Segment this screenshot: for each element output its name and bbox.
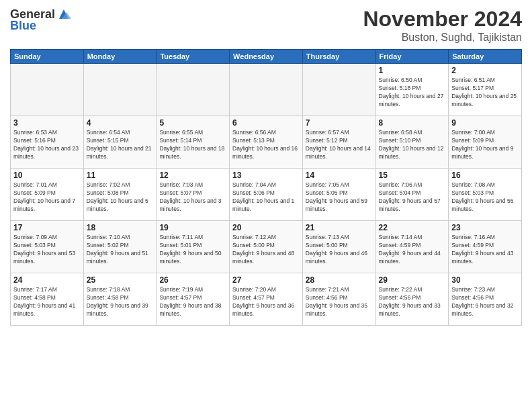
table-row: 8Sunrise: 6:58 AM Sunset: 5:10 PM Daylig…	[375, 116, 449, 169]
day-info: Sunrise: 7:18 AM Sunset: 4:58 PM Dayligh…	[87, 286, 154, 318]
day-info: Sunrise: 7:17 AM Sunset: 4:58 PM Dayligh…	[13, 286, 81, 318]
col-friday: Friday	[375, 50, 449, 64]
day-info: Sunrise: 7:23 AM Sunset: 4:56 PM Dayligh…	[451, 286, 519, 318]
table-row: 27Sunrise: 7:20 AM Sunset: 4:57 PM Dayli…	[230, 273, 303, 326]
day-number: 1	[379, 66, 446, 75]
page: General Blue November 2024 Buston, Sughd…	[0, 0, 532, 411]
day-number: 14	[306, 171, 373, 180]
col-sunday: Sunday	[11, 50, 84, 64]
calendar-week-row: 10Sunrise: 7:01 AM Sunset: 5:09 PM Dayli…	[11, 169, 522, 221]
table-row: 6Sunrise: 6:56 AM Sunset: 5:13 PM Daylig…	[230, 116, 303, 169]
table-row: 15Sunrise: 7:06 AM Sunset: 5:04 PM Dayli…	[375, 169, 449, 221]
table-row: 11Sunrise: 7:02 AM Sunset: 5:08 PM Dayli…	[83, 169, 157, 221]
calendar-header-row: Sunday Monday Tuesday Wednesday Thursday…	[11, 50, 522, 64]
table-row: 24Sunrise: 7:17 AM Sunset: 4:58 PM Dayli…	[11, 273, 84, 326]
day-info: Sunrise: 7:19 AM Sunset: 4:57 PM Dayligh…	[159, 286, 226, 318]
day-number: 3	[13, 118, 81, 128]
day-info: Sunrise: 7:16 AM Sunset: 4:59 PM Dayligh…	[451, 234, 519, 266]
table-row: 5Sunrise: 6:55 AM Sunset: 5:14 PM Daylig…	[157, 116, 230, 169]
table-row: 9Sunrise: 7:00 AM Sunset: 5:09 PM Daylig…	[449, 116, 522, 169]
day-number: 16	[451, 171, 519, 180]
day-number: 17	[13, 223, 81, 232]
table-row: 7Sunrise: 6:57 AM Sunset: 5:12 PM Daylig…	[302, 116, 375, 169]
table-row: 26Sunrise: 7:19 AM Sunset: 4:57 PM Dayli…	[157, 273, 230, 326]
logo-blue: Blue	[10, 19, 36, 33]
table-row	[230, 64, 303, 116]
table-row	[11, 64, 84, 116]
day-number: 25	[87, 275, 154, 285]
table-row	[302, 64, 375, 116]
day-info: Sunrise: 6:55 AM Sunset: 5:14 PM Dayligh…	[159, 129, 226, 161]
day-info: Sunrise: 7:02 AM Sunset: 5:08 PM Dayligh…	[87, 181, 154, 214]
day-info: Sunrise: 6:58 AM Sunset: 5:10 PM Dayligh…	[379, 129, 446, 161]
table-row: 3Sunrise: 6:53 AM Sunset: 5:16 PM Daylig…	[11, 116, 84, 169]
day-info: Sunrise: 6:53 AM Sunset: 5:16 PM Dayligh…	[13, 129, 81, 161]
day-number: 23	[451, 223, 519, 232]
day-number: 27	[232, 275, 300, 285]
logo-icon	[56, 7, 71, 21]
day-info: Sunrise: 7:14 AM Sunset: 4:59 PM Dayligh…	[379, 234, 446, 266]
day-info: Sunrise: 7:13 AM Sunset: 5:00 PM Dayligh…	[306, 234, 373, 266]
day-info: Sunrise: 7:01 AM Sunset: 5:09 PM Dayligh…	[13, 181, 81, 214]
day-number: 19	[159, 223, 226, 232]
location: Buston, Sughd, Tajikistan	[363, 32, 522, 44]
col-wednesday: Wednesday	[230, 50, 303, 64]
table-row	[157, 64, 230, 116]
day-info: Sunrise: 7:03 AM Sunset: 5:07 PM Dayligh…	[159, 181, 226, 214]
day-info: Sunrise: 7:22 AM Sunset: 4:56 PM Dayligh…	[379, 286, 446, 318]
day-info: Sunrise: 7:08 AM Sunset: 5:03 PM Dayligh…	[451, 181, 519, 214]
day-info: Sunrise: 7:21 AM Sunset: 4:56 PM Dayligh…	[306, 286, 373, 318]
day-info: Sunrise: 7:05 AM Sunset: 5:05 PM Dayligh…	[306, 181, 373, 214]
table-row: 17Sunrise: 7:09 AM Sunset: 5:03 PM Dayli…	[11, 221, 84, 273]
table-row: 4Sunrise: 6:54 AM Sunset: 5:15 PM Daylig…	[83, 116, 157, 169]
table-row: 1Sunrise: 6:50 AM Sunset: 5:18 PM Daylig…	[375, 64, 449, 116]
day-number: 13	[232, 171, 300, 180]
day-number: 12	[159, 171, 226, 180]
day-number: 7	[306, 118, 373, 128]
table-row: 13Sunrise: 7:04 AM Sunset: 5:06 PM Dayli…	[230, 169, 303, 221]
title-block: November 2024 Buston, Sughd, Tajikistan	[363, 7, 522, 44]
table-row: 18Sunrise: 7:10 AM Sunset: 5:02 PM Dayli…	[83, 221, 157, 273]
calendar-week-row: 17Sunrise: 7:09 AM Sunset: 5:03 PM Dayli…	[11, 221, 522, 273]
table-row: 22Sunrise: 7:14 AM Sunset: 4:59 PM Dayli…	[375, 221, 449, 273]
table-row: 30Sunrise: 7:23 AM Sunset: 4:56 PM Dayli…	[449, 273, 522, 326]
header: General Blue November 2024 Buston, Sughd…	[10, 7, 522, 44]
day-number: 18	[87, 223, 154, 232]
day-info: Sunrise: 7:20 AM Sunset: 4:57 PM Dayligh…	[232, 286, 300, 318]
day-number: 30	[451, 275, 519, 285]
table-row: 25Sunrise: 7:18 AM Sunset: 4:58 PM Dayli…	[83, 273, 157, 326]
calendar-week-row: 24Sunrise: 7:17 AM Sunset: 4:58 PM Dayli…	[11, 273, 522, 326]
logo: General Blue	[10, 7, 71, 33]
day-info: Sunrise: 7:11 AM Sunset: 5:01 PM Dayligh…	[159, 234, 226, 266]
day-number: 15	[379, 171, 446, 180]
col-tuesday: Tuesday	[157, 50, 230, 64]
table-row: 19Sunrise: 7:11 AM Sunset: 5:01 PM Dayli…	[157, 221, 230, 273]
day-info: Sunrise: 6:54 AM Sunset: 5:15 PM Dayligh…	[87, 129, 154, 161]
day-number: 21	[306, 223, 373, 232]
calendar-week-row: 1Sunrise: 6:50 AM Sunset: 5:18 PM Daylig…	[11, 64, 522, 116]
day-number: 2	[451, 66, 519, 75]
day-number: 29	[379, 275, 446, 285]
calendar-week-row: 3Sunrise: 6:53 AM Sunset: 5:16 PM Daylig…	[11, 116, 522, 169]
day-number: 28	[306, 275, 373, 285]
day-info: Sunrise: 6:56 AM Sunset: 5:13 PM Dayligh…	[232, 129, 300, 161]
day-number: 5	[159, 118, 226, 128]
table-row: 2Sunrise: 6:51 AM Sunset: 5:17 PM Daylig…	[449, 64, 522, 116]
day-number: 20	[232, 223, 300, 232]
col-thursday: Thursday	[302, 50, 375, 64]
day-number: 10	[13, 171, 81, 180]
day-number: 22	[379, 223, 446, 232]
day-info: Sunrise: 7:04 AM Sunset: 5:06 PM Dayligh…	[232, 181, 300, 214]
col-monday: Monday	[83, 50, 157, 64]
day-info: Sunrise: 7:09 AM Sunset: 5:03 PM Dayligh…	[13, 234, 81, 266]
day-info: Sunrise: 6:57 AM Sunset: 5:12 PM Dayligh…	[306, 129, 373, 161]
day-number: 11	[87, 171, 154, 180]
calendar-table: Sunday Monday Tuesday Wednesday Thursday…	[10, 49, 522, 326]
table-row: 21Sunrise: 7:13 AM Sunset: 5:00 PM Dayli…	[302, 221, 375, 273]
month-title: November 2024	[363, 7, 522, 32]
day-number: 26	[159, 275, 226, 285]
table-row: 23Sunrise: 7:16 AM Sunset: 4:59 PM Dayli…	[449, 221, 522, 273]
day-info: Sunrise: 7:12 AM Sunset: 5:00 PM Dayligh…	[232, 234, 300, 266]
day-info: Sunrise: 7:10 AM Sunset: 5:02 PM Dayligh…	[87, 234, 154, 266]
day-info: Sunrise: 6:50 AM Sunset: 5:18 PM Dayligh…	[379, 77, 446, 109]
